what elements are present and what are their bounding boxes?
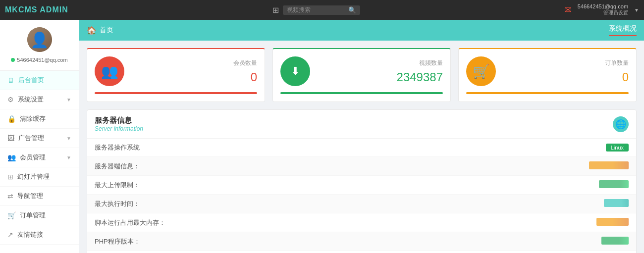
dashboard-icon: 🖥 (7, 76, 14, 84)
logo: MKCMS ADMIN (5, 5, 68, 14)
stat-card-members: 👥 会员数量 0 (87, 48, 265, 102)
settings-icon: ⚙ (7, 96, 14, 103)
sidebar-label-dashboard: 后台首页 (18, 76, 44, 85)
sidebar-item-nav[interactable]: ⇄ 导航管理 (0, 187, 79, 206)
row-value (186, 176, 636, 195)
user-email: 546642451@qq.com (578, 3, 628, 9)
videos-icon: ⊞ (7, 173, 13, 181)
row-label: ZEND版本： (87, 251, 186, 253)
sidebar-profile: 546642451@qq.com (0, 20, 79, 71)
row-value (186, 213, 636, 232)
avatar (27, 27, 52, 52)
sidebar-item-ads[interactable]: 🖼 广告管理 ▼ (0, 129, 79, 148)
row-value (186, 232, 636, 251)
status-badge: Linux (606, 144, 629, 152)
row-value (186, 195, 636, 213)
server-section: 服务器信息 Server information 🌐 服务器操作系统 Linux… (87, 109, 637, 253)
row-value: Linux (186, 139, 636, 157)
server-table: 服务器操作系统 Linux 服务器端信息： 最大上传限制： (87, 139, 636, 253)
stat-label-videos: 视频数量 (318, 59, 443, 67)
online-indicator (11, 58, 15, 62)
stat-info-members: 会员数量 0 (132, 59, 257, 84)
server-subtitle: Server information (95, 125, 143, 132)
breadcrumb: 🏠 首页 (87, 26, 113, 35)
layout: 546642451@qq.com 🖥 后台首页 ⚙ 系统设置 ▼ 🔒 (0, 20, 644, 253)
table-row: 服务器端信息： (87, 157, 636, 176)
stat-icon-members: 👥 (95, 56, 124, 86)
chevron-icon-members: ▼ (66, 155, 71, 160)
sidebar-item-dashboard[interactable]: 🖥 后台首页 (0, 71, 79, 90)
row-value (186, 157, 636, 176)
stat-info-videos: 视频数量 2349387 (318, 59, 443, 84)
row-label: 最大执行时间： (87, 195, 186, 213)
avatar-image (27, 27, 52, 52)
ads-icon: 🖼 (7, 134, 14, 142)
orders-icon: 🛒 (7, 211, 16, 219)
table-row: PHP程序版本： (87, 232, 636, 251)
table-row: 服务器操作系统 Linux (87, 139, 636, 157)
sidebar-item-videos[interactable]: ⊞ 幻灯片管理 (0, 167, 79, 187)
stat-label-orders: 订单数量 (503, 59, 629, 67)
sidebar-item-settings[interactable]: ⚙ 系统设置 ▼ (0, 90, 79, 109)
search-icon[interactable]: 🔍 (348, 6, 356, 14)
stat-value-orders: 0 (503, 70, 629, 84)
row-label: 最大上传限制： (87, 176, 186, 195)
stat-icon-orders: 🛒 (466, 56, 496, 86)
dropdown-arrow-icon[interactable]: ▼ (634, 7, 639, 13)
chevron-icon-ads: ▼ (66, 136, 71, 141)
table-row: 脚本运行占用最大内存： (87, 213, 636, 232)
stat-value-videos: 2349387 (318, 70, 443, 84)
profile-email: 546642451@qq.com (17, 57, 67, 63)
search-input[interactable] (287, 6, 346, 13)
sidebar-item-members[interactable]: 👥 会员管理 ▼ (0, 148, 79, 167)
sidebar-label-links: 友情链接 (17, 230, 43, 239)
sidebar-item-links[interactable]: ↗ 友情链接 (0, 225, 79, 245)
sidebar-label-members: 会员管理 (20, 153, 46, 162)
sidebar-label-ads: 广告管理 (18, 134, 44, 143)
stat-info-orders: 订单数量 0 (503, 59, 629, 84)
server-title: 服务器信息 (95, 116, 143, 125)
page-header-bar: 🏠 首页 系统概况 (79, 20, 644, 41)
breadcrumb-text: 首页 (100, 26, 113, 35)
globe-icon: 🌐 (613, 116, 629, 132)
header-center: ⊞ 🔍 (272, 5, 360, 15)
stat-bar-videos (280, 92, 443, 94)
sidebar: 546642451@qq.com 🖥 后台首页 ⚙ 系统设置 ▼ 🔒 (0, 20, 79, 253)
row-label: 服务器端信息： (87, 157, 186, 176)
stat-card-orders: 🛒 订单数量 0 (458, 48, 637, 102)
sidebar-label-orders: 订单管理 (20, 211, 46, 220)
sidebar-label-cache: 清除缓存 (20, 114, 46, 123)
sidebar-label-nav: 导航管理 (17, 192, 43, 201)
server-header-left: 服务器信息 Server information (95, 116, 143, 132)
top-header: MKCMS ADMIN ⊞ 🔍 ✉ 546642451@qq.com 管理员设置… (0, 0, 644, 20)
sidebar-label-videos: 幻灯片管理 (17, 172, 50, 181)
sidebar-item-orders[interactable]: 🛒 订单管理 (0, 206, 79, 225)
sidebar-label-settings: 系统设置 (18, 95, 44, 104)
nav-icon: ⇄ (7, 192, 13, 200)
user-info[interactable]: 546642451@qq.com 管理员设置 (578, 3, 628, 16)
search-box: 🔍 (283, 5, 360, 15)
table-row: ZEND版本： (87, 251, 636, 253)
stat-bar-members (95, 92, 257, 94)
mail-icon[interactable]: ✉ (564, 4, 572, 15)
table-row: 最大上传限制： (87, 176, 636, 195)
members-icon: 👥 (7, 153, 16, 161)
row-label: PHP程序版本： (87, 232, 186, 251)
row-label: 脚本运行占用最大内存： (87, 213, 186, 232)
stat-icon-videos: ⬇ (280, 56, 310, 86)
stats-row: 👥 会员数量 0 ⬇ 视频数量 2349387 (79, 41, 644, 109)
cache-icon: 🔒 (7, 115, 16, 123)
grid-icon[interactable]: ⊞ (272, 5, 279, 15)
page-title: 系统概况 (609, 24, 637, 36)
sidebar-menu: 🖥 后台首页 ⚙ 系统设置 ▼ 🔒 清除缓存 🖼 (0, 71, 79, 245)
stat-value-members: 0 (132, 70, 257, 84)
user-role: 管理员设置 (603, 9, 628, 16)
row-value (186, 251, 636, 253)
table-row: 最大执行时间： (87, 195, 636, 213)
home-icon: 🏠 (87, 26, 97, 35)
sidebar-item-cache[interactable]: 🔒 清除缓存 (0, 109, 79, 129)
chevron-icon: ▼ (66, 97, 71, 102)
main-content: 🏠 首页 系统概况 👥 会员数量 0 ⬇ (79, 20, 644, 253)
stat-card-videos: ⬇ 视频数量 2349387 (272, 48, 451, 102)
stat-label-members: 会员数量 (132, 59, 257, 67)
